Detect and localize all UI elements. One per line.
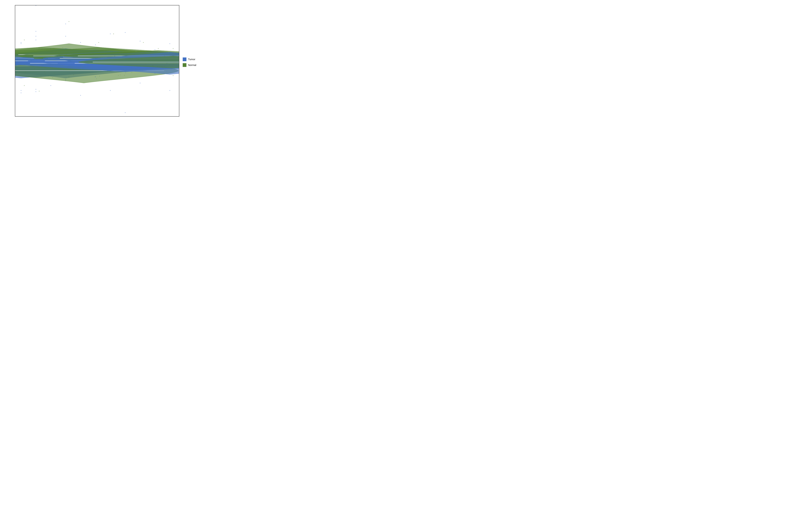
jitter-dot: [157, 66, 158, 67]
legend-label: Normal: [188, 64, 196, 66]
jitter-dot: [159, 69, 159, 70]
jitter-dot: [63, 70, 64, 70]
jitter-dot: [101, 53, 102, 53]
outlier-marker: +: [20, 42, 21, 44]
outlier-marker: +: [35, 35, 36, 37]
outlier-marker: +: [113, 33, 114, 35]
chart-body: 1514121086 BLCABRCACOADHNSCKICHKIRCLUADL…: [0, 4, 203, 127]
jitter-dot: [112, 62, 112, 63]
y-axis-label: [3, 4, 7, 125]
jitter-dot: [146, 64, 146, 64]
outlier-marker: +: [24, 85, 25, 87]
jitter-dot: [164, 66, 165, 66]
legend-label: Tumor: [188, 58, 195, 61]
jitter-dot: [52, 77, 53, 78]
outlier-marker: +: [20, 90, 21, 92]
outlier-marker: +: [68, 20, 69, 22]
violin-chart: ++++++++++++++++++++++++++++++++++++++++…: [15, 5, 179, 116]
outlier-marker: +: [35, 39, 36, 41]
jitter-dot: [162, 66, 162, 67]
outlier-marker: +: [140, 40, 141, 42]
jitter-dot: [142, 59, 142, 59]
jitter-dot: [137, 60, 138, 60]
jitter-dot: [140, 57, 141, 57]
jitter-dot: [167, 59, 167, 59]
jitter-dot: [45, 74, 46, 74]
chart-container: 1514121086 BLCABRCACOADHNSCKICHKIRCLUADL…: [0, 0, 203, 127]
jitter-dot: [60, 52, 61, 52]
legend-item: Normal: [183, 63, 196, 67]
jitter-dot: [174, 69, 174, 69]
legend-color-box: [183, 57, 187, 61]
jitter-dot: [114, 56, 115, 56]
jitter-dot: [153, 65, 153, 66]
jitter-dot: [105, 54, 106, 55]
jitter-dot: [169, 65, 170, 65]
outlier-marker: +: [35, 89, 36, 90]
jitter-dot: [33, 50, 33, 50]
jitter-dot: [144, 52, 145, 52]
jitter-dot: [171, 57, 171, 58]
jitter-dot: [34, 69, 35, 69]
jitter-dot: [96, 78, 97, 79]
jitter-dot: [41, 76, 41, 76]
jitter-dot: [126, 53, 127, 53]
outlier-marker: +: [39, 90, 40, 92]
jitter-dot: [42, 49, 43, 50]
outlier-marker: +: [140, 82, 141, 84]
chart-inner: 1514121086 BLCABRCACOADHNSCKICHKIRCLUADL…: [7, 4, 179, 125]
outlier-marker: +: [80, 42, 81, 44]
jitter-dot: [120, 75, 120, 75]
outlier-marker: +: [172, 75, 173, 76]
jitter-dot: [124, 75, 125, 75]
jitter-dot: [44, 71, 45, 72]
outlier-marker: +: [172, 48, 173, 50]
outlier-marker: +: [50, 85, 51, 87]
outlier-marker: +: [65, 23, 66, 25]
legend-color-box: [183, 63, 187, 67]
jitter-dot: [26, 72, 26, 72]
jitter-dot: [71, 53, 72, 53]
outlier-marker: +: [143, 42, 144, 44]
jitter-dot: [156, 59, 156, 59]
jitter-dot: [113, 65, 114, 66]
outlier-marker: +: [35, 5, 36, 6]
jitter-dot: [101, 55, 101, 55]
jitter-dot: [118, 75, 118, 75]
jitter-dot: [173, 64, 173, 64]
jitter-dot: [44, 50, 45, 50]
outlier-marker: +: [35, 91, 36, 93]
jitter-dot: [132, 67, 132, 68]
jitter-dot: [142, 68, 143, 68]
outlier-marker: +: [158, 48, 159, 50]
jitter-dot: [149, 60, 149, 61]
outlier-marker: +: [80, 95, 81, 96]
jitter-dot: [166, 71, 167, 72]
jitter-dot: [132, 72, 132, 73]
outlier-marker: +: [95, 76, 96, 78]
jitter-dot: [121, 51, 121, 51]
jitter-dot: [152, 65, 153, 66]
jitter-dot: [99, 76, 100, 76]
jitter-dot: [160, 57, 161, 58]
legend: Tumor Normal: [179, 4, 201, 125]
outlier-marker: +: [169, 43, 170, 45]
jitter-dot: [125, 73, 126, 73]
outlier-marker: +: [95, 44, 96, 46]
jitter-dot: [87, 50, 88, 50]
outlier-marker: +: [65, 35, 66, 37]
plot-area: 1514121086 BLCABRCACOADHNSCKICHKIRCLUADL…: [15, 5, 179, 117]
jitter-dot: [139, 59, 139, 60]
jitter-dot: [167, 52, 168, 52]
outlier-marker: +: [20, 92, 21, 94]
outlier-marker: +: [169, 90, 170, 92]
outlier-marker: +: [110, 90, 111, 92]
jitter-dot: [56, 51, 56, 52]
outlier-marker: +: [125, 112, 126, 114]
outlier-marker: +: [110, 33, 111, 35]
outlier-marker: +: [98, 42, 99, 44]
jitter-dot: [63, 47, 63, 48]
outlier-marker: +: [125, 32, 126, 34]
outlier-marker: +: [24, 39, 25, 41]
outlier-marker: +: [35, 31, 36, 32]
